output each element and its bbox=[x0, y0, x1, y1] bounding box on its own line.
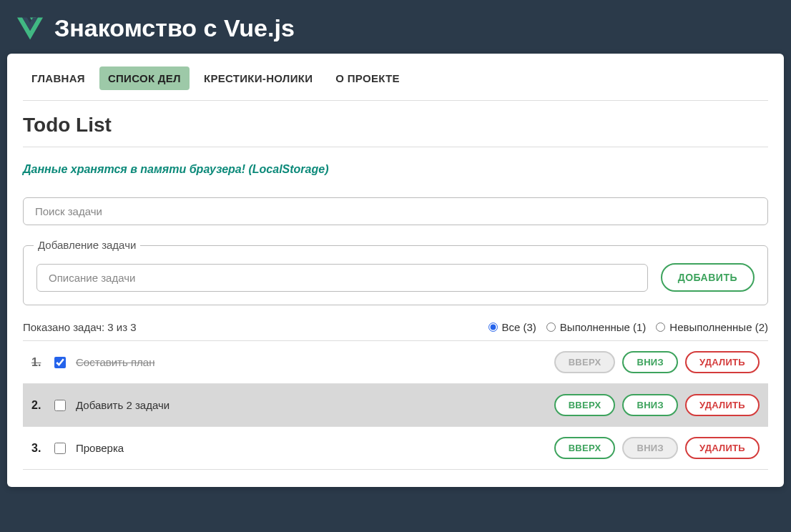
task-text: Добавить 2 задачи bbox=[76, 399, 544, 411]
app-header: Знакомство с Vue.js bbox=[0, 0, 791, 54]
tab-3[interactable]: О ПРОЕКТЕ bbox=[327, 66, 408, 90]
search-input[interactable] bbox=[23, 197, 768, 225]
filter-option-1[interactable]: Выполненные (1) bbox=[546, 321, 647, 333]
filter-option-0[interactable]: Все (3) bbox=[488, 321, 536, 333]
filter-label: Все (3) bbox=[502, 321, 536, 333]
task-row: 2.Добавить 2 задачиВВЕРХВНИЗУДАЛИТЬ bbox=[23, 384, 768, 427]
vue-logo-icon bbox=[17, 16, 43, 41]
move-down-button: ВНИЗ bbox=[622, 437, 677, 459]
add-task-legend: Добавление задачи bbox=[34, 239, 140, 251]
task-number: 1. bbox=[31, 356, 44, 369]
add-task-fieldset: Добавление задачи ДОБАВИТЬ bbox=[23, 245, 768, 305]
filter-group: Все (3)Выполненные (1)Невыполненные (2) bbox=[488, 321, 769, 333]
move-up-button: ВВЕРХ bbox=[554, 351, 616, 373]
task-number: 2. bbox=[31, 399, 44, 412]
task-description-input[interactable] bbox=[36, 264, 648, 292]
filter-radio-2[interactable] bbox=[656, 322, 665, 332]
task-row: 3.ПроверкаВВЕРХВНИЗУДАЛИТЬ bbox=[23, 427, 768, 470]
task-actions: ВВЕРХВНИЗУДАЛИТЬ bbox=[554, 351, 760, 373]
page-title: Todo List bbox=[23, 114, 768, 147]
delete-button[interactable]: УДАЛИТЬ bbox=[685, 351, 760, 373]
task-checkbox[interactable] bbox=[54, 443, 66, 454]
task-list: 1.Составить планВВЕРХВНИЗУДАЛИТЬ2.Добави… bbox=[23, 340, 768, 470]
move-up-button[interactable]: ВВЕРХ bbox=[554, 437, 616, 459]
move-down-button[interactable]: ВНИЗ bbox=[622, 351, 677, 373]
tab-1[interactable]: СПИСОК ДЕЛ bbox=[99, 66, 190, 90]
filter-label: Выполненные (1) bbox=[560, 321, 647, 333]
move-down-button[interactable]: ВНИЗ bbox=[622, 394, 677, 416]
stats-row: Показано задач: 3 из 3 Все (3)Выполненны… bbox=[23, 321, 768, 333]
task-actions: ВВЕРХВНИЗУДАЛИТЬ bbox=[554, 437, 760, 459]
task-text: Проверка bbox=[76, 442, 544, 454]
add-button[interactable]: ДОБАВИТЬ bbox=[661, 263, 755, 292]
task-checkbox[interactable] bbox=[54, 400, 66, 411]
move-up-button[interactable]: ВВЕРХ bbox=[554, 394, 616, 416]
storage-notice: Данные хранятся в памяти браузера! (Loca… bbox=[23, 163, 768, 176]
tab-2[interactable]: КРЕСТИКИ-НОЛИКИ bbox=[195, 66, 321, 90]
task-number: 3. bbox=[31, 442, 44, 455]
filter-label: Невыполненные (2) bbox=[669, 321, 768, 333]
task-checkbox[interactable] bbox=[54, 357, 66, 368]
delete-button[interactable]: УДАЛИТЬ bbox=[685, 394, 760, 416]
task-count: Показано задач: 3 из 3 bbox=[23, 321, 137, 333]
nav-tabs: ГЛАВНАЯСПИСОК ДЕЛКРЕСТИКИ-НОЛИКИО ПРОЕКТ… bbox=[23, 66, 768, 101]
task-text: Составить план bbox=[76, 356, 544, 368]
delete-button[interactable]: УДАЛИТЬ bbox=[685, 437, 760, 459]
filter-radio-0[interactable] bbox=[488, 322, 498, 332]
filter-radio-1[interactable] bbox=[546, 322, 556, 332]
main-card: ГЛАВНАЯСПИСОК ДЕЛКРЕСТИКИ-НОЛИКИО ПРОЕКТ… bbox=[7, 54, 784, 487]
task-row: 1.Составить планВВЕРХВНИЗУДАЛИТЬ bbox=[23, 341, 768, 384]
task-actions: ВВЕРХВНИЗУДАЛИТЬ bbox=[554, 394, 760, 416]
filter-option-2[interactable]: Невыполненные (2) bbox=[656, 321, 768, 333]
app-title: Знакомство с Vue.js bbox=[54, 14, 295, 42]
tab-0[interactable]: ГЛАВНАЯ bbox=[23, 66, 94, 90]
